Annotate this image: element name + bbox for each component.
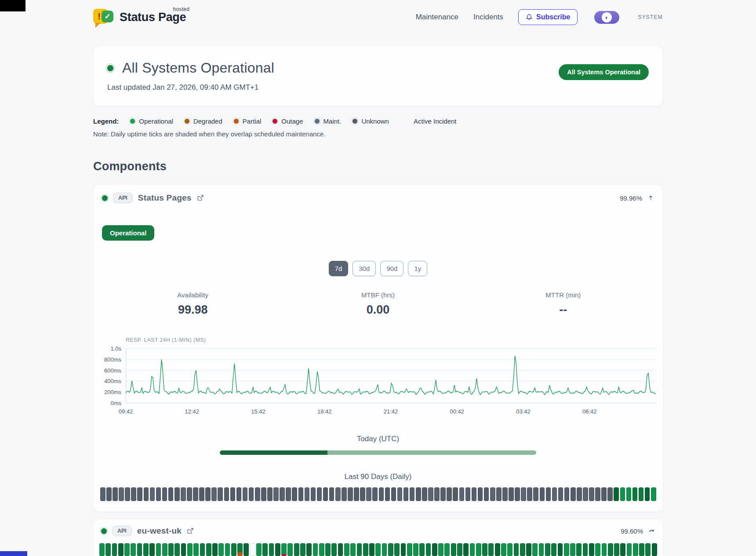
uptime-tick[interactable] [137,487,142,501]
uptime-tick[interactable] [363,543,368,556]
uptime-tick[interactable] [463,543,469,556]
uptime-tick[interactable] [607,487,613,501]
nav-maintenance[interactable]: Maintenance [416,13,458,22]
uptime-tick[interactable] [484,487,489,501]
uptime-tick[interactable] [105,543,111,556]
uptime-tick[interactable] [218,543,224,556]
range-90d-button[interactable]: 90d [380,261,403,276]
external-link-icon[interactable] [197,194,204,201]
uptime-tick[interactable] [379,487,384,501]
uptime-tick[interactable] [319,543,324,556]
uptime-tick[interactable] [465,487,471,501]
uptime-tick[interactable] [589,543,594,556]
uptime-tick[interactable] [438,543,443,556]
uptime-tick[interactable] [342,487,347,501]
uptime-tick[interactable] [564,487,570,501]
uptime-tick[interactable] [100,487,105,501]
uptime-tick[interactable] [149,543,155,556]
uptime-tick[interactable] [472,487,477,501]
expand-chevron-icon[interactable] [648,528,655,534]
uptime-tick[interactable] [626,487,632,501]
uptime-tick[interactable] [495,543,500,556]
uptime-tick[interactable] [434,487,440,501]
uptime-tick[interactable] [407,543,412,556]
uptime-tick[interactable] [639,487,644,501]
uptime-tick[interactable] [212,543,218,556]
uptime-tick[interactable] [193,487,198,501]
uptime-tick[interactable] [413,543,418,556]
uptime-tick[interactable] [281,543,287,556]
uptime-tick[interactable] [162,487,167,501]
uptime-tick[interactable] [244,543,249,556]
uptime-tick[interactable] [501,543,506,556]
uptime-tick[interactable] [193,543,199,556]
uptime-tick[interactable] [391,487,396,501]
uptime-tick[interactable] [156,543,161,556]
uptime-tick[interactable] [419,543,425,556]
uptime-tick[interactable] [558,543,563,556]
uptime-tick[interactable] [532,543,538,556]
uptime-tick[interactable] [168,543,174,556]
uptime-tick[interactable] [218,487,223,501]
uptime-tick[interactable] [571,487,576,501]
uptime-tick[interactable] [388,543,393,556]
brand[interactable]: ! ✓ Status Page hosted [93,7,186,27]
uptime-tick[interactable] [200,543,205,556]
uptime-tick[interactable] [168,487,174,501]
uptime-tick[interactable] [426,543,431,556]
uptime-tick[interactable] [298,487,304,501]
uptime-tick[interactable] [369,543,374,556]
range-1y-button[interactable]: 1y [408,261,427,276]
uptime-tick[interactable] [601,487,607,501]
uptime-tick[interactable] [354,487,359,501]
uptime-tick[interactable] [187,487,192,501]
uptime-tick[interactable] [294,543,299,556]
uptime-tick[interactable] [305,487,310,501]
uptime-tick[interactable] [287,543,293,556]
uptime-tick[interactable] [174,543,180,556]
external-link-icon[interactable] [187,527,194,534]
uptime-tick[interactable] [545,543,550,556]
uptime-tick[interactable] [225,543,230,556]
uptime-tick[interactable] [652,543,657,556]
uptime-tick[interactable] [124,543,130,556]
uptime-tick[interactable] [150,487,155,501]
uptime-tick[interactable] [540,487,545,501]
range-30d-button[interactable]: 30d [353,261,376,276]
uptime-tick[interactable] [174,487,180,501]
uptime-tick[interactable] [162,543,167,556]
uptime-tick[interactable] [261,487,266,501]
uptime-tick[interactable] [533,487,538,501]
uptime-tick[interactable] [317,487,322,501]
uptime-tick[interactable] [583,487,588,501]
uptime-tick[interactable] [552,487,557,501]
uptime-tick[interactable] [602,543,607,556]
uptime-tick[interactable] [181,487,186,501]
uptime-tick[interactable] [382,543,387,556]
uptime-tick[interactable] [335,487,341,501]
uptime-tick[interactable] [237,543,243,556]
uptime-tick[interactable] [311,487,316,501]
uptime-tick[interactable] [645,487,650,501]
uptime-tick[interactable] [478,487,483,501]
uptime-tick[interactable] [230,487,236,501]
uptime-tick[interactable] [125,487,130,501]
uptime-tick[interactable] [286,487,291,501]
uptime-tick[interactable] [243,487,248,501]
uptime-tick[interactable] [323,487,328,501]
component-header[interactable]: API Status Pages 99.96% [100,193,656,203]
uptime-tick[interactable] [350,543,356,556]
uptime-tick[interactable] [645,543,651,556]
uptime-tick[interactable] [280,487,285,501]
uptime-tick[interactable] [262,543,268,556]
uptime-tick[interactable] [416,487,421,501]
uptime-tick[interactable] [275,543,280,556]
uptime-tick[interactable] [199,487,204,501]
nav-incidents[interactable]: Incidents [473,13,503,22]
uptime-tick[interactable] [526,543,531,556]
uptime-tick[interactable] [632,487,638,501]
uptime-tick[interactable] [459,487,465,501]
uptime-tick[interactable] [273,487,279,501]
uptime-tick[interactable] [620,487,625,501]
uptime-tick[interactable] [509,487,514,501]
